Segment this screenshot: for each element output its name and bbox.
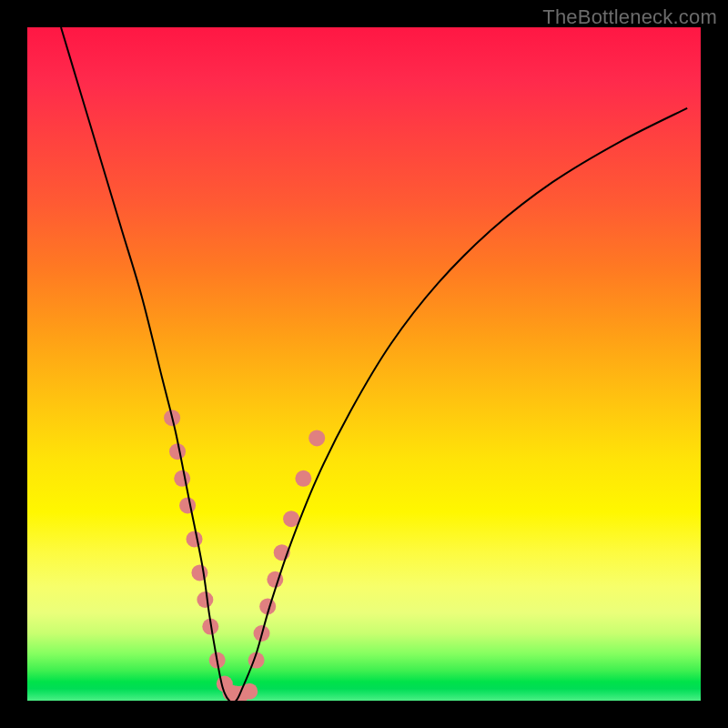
marker-dot	[179, 497, 196, 513]
chart-svg	[27, 27, 701, 701]
chart-frame: TheBottleneck.com	[0, 0, 728, 728]
marker-dot	[187, 531, 203, 547]
marker-dot	[197, 592, 213, 608]
marker-dot	[295, 470, 311, 487]
marker-dot	[308, 430, 325, 446]
plot-area	[27, 27, 701, 701]
markers-layer	[164, 410, 325, 701]
watermark-text: TheBottleneck.com	[542, 5, 717, 29]
marker-dot	[191, 564, 207, 581]
marker-dot	[174, 470, 190, 487]
marker-dot	[169, 443, 186, 460]
bottleneck-curve	[61, 27, 687, 701]
